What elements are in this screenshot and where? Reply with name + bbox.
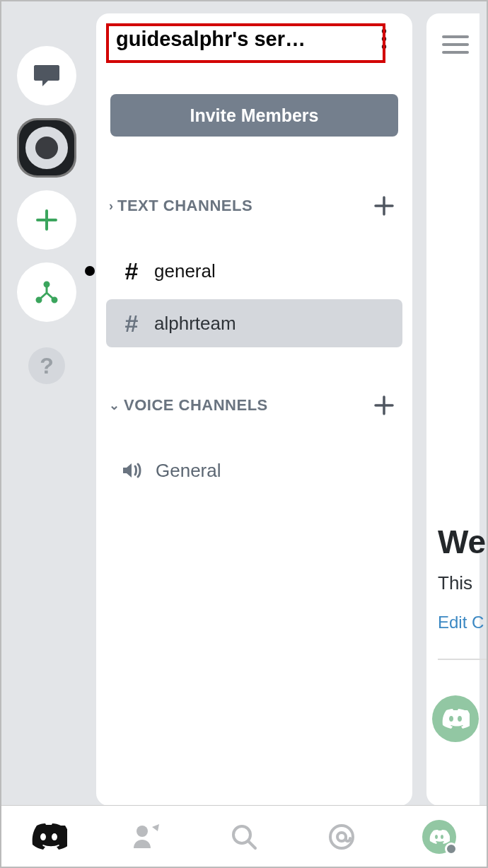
status-dot bbox=[445, 843, 458, 855]
server-header[interactable]: guidesalphr's ser… bbox=[106, 13, 402, 66]
hamburger-icon bbox=[442, 35, 469, 54]
question-icon: ? bbox=[40, 353, 54, 379]
at-icon bbox=[327, 822, 356, 852]
unread-indicator bbox=[85, 266, 95, 276]
svg-point-9 bbox=[136, 826, 148, 837]
text-channel-list: # general # alphrteam bbox=[106, 247, 402, 347]
channel-panel: guidesalphr's ser… Invite Members › TEXT… bbox=[96, 13, 412, 806]
welcome-text-peek: We This Edit C bbox=[438, 523, 488, 632]
discord-logo-icon bbox=[441, 708, 470, 729]
discord-logo-icon bbox=[30, 823, 67, 851]
server-circle-icon bbox=[19, 120, 74, 175]
discord-logo-icon bbox=[429, 829, 450, 845]
voice-channel-label: General bbox=[156, 460, 221, 482]
server-menu-button[interactable] bbox=[371, 26, 397, 52]
invite-members-button[interactable]: Invite Members bbox=[110, 94, 398, 137]
channel-label: general bbox=[154, 260, 216, 282]
voice-channel-general[interactable]: General bbox=[106, 446, 402, 494]
tab-friends[interactable] bbox=[125, 816, 168, 858]
search-icon bbox=[230, 823, 258, 851]
svg-point-6 bbox=[382, 29, 386, 33]
server-avatar-selected[interactable] bbox=[17, 118, 76, 178]
text-channel-general[interactable]: # general bbox=[106, 247, 402, 295]
svg-point-2 bbox=[35, 137, 58, 159]
discover-servers-button[interactable] bbox=[17, 262, 76, 322]
user-avatar[interactable] bbox=[432, 695, 479, 742]
channel-label: alphrteam bbox=[154, 313, 236, 335]
text-channels-header[interactable]: › TEXT CHANNELS bbox=[106, 192, 402, 220]
chevron-down-icon: ⌄ bbox=[109, 398, 120, 413]
chevron-right-icon: › bbox=[109, 199, 113, 214]
voice-channels-header[interactable]: ⌄ VOICE CHANNELS bbox=[106, 391, 402, 419]
main-content-peek: We This Edit C bbox=[426, 13, 480, 806]
add-server-button[interactable] bbox=[17, 190, 76, 250]
welcome-sub-fragment: This bbox=[438, 572, 488, 594]
tab-mentions[interactable] bbox=[320, 816, 363, 858]
svg-point-7 bbox=[382, 37, 386, 41]
help-button[interactable]: ? bbox=[28, 347, 65, 384]
plus-icon bbox=[373, 395, 395, 416]
divider bbox=[438, 659, 487, 660]
tab-search[interactable] bbox=[223, 816, 265, 858]
svg-point-11 bbox=[330, 826, 353, 848]
hash-icon: # bbox=[122, 310, 141, 337]
dm-button[interactable] bbox=[17, 46, 76, 105]
text-channel-alphrteam[interactable]: # alphrteam bbox=[106, 299, 402, 347]
svg-point-8 bbox=[382, 45, 386, 49]
text-channels-title: TEXT CHANNELS bbox=[117, 197, 252, 215]
add-voice-channel-button[interactable] bbox=[370, 391, 398, 419]
server-name: guidesalphr's ser… bbox=[116, 28, 306, 51]
plus-icon bbox=[35, 208, 59, 232]
edit-link-fragment[interactable]: Edit C bbox=[438, 613, 488, 632]
hash-icon: # bbox=[122, 257, 141, 285]
speaker-icon bbox=[120, 459, 143, 482]
plus-icon bbox=[373, 195, 395, 216]
friend-wave-icon bbox=[131, 823, 162, 851]
voice-channels-title: VOICE CHANNELS bbox=[124, 396, 268, 415]
menu-button[interactable] bbox=[442, 35, 469, 57]
welcome-heading-fragment: We bbox=[438, 523, 488, 561]
server-rail: ? bbox=[0, 13, 93, 806]
tab-profile[interactable] bbox=[418, 816, 460, 858]
add-text-channel-button[interactable] bbox=[370, 192, 398, 220]
hub-icon bbox=[33, 279, 60, 306]
bottom-tab-bar bbox=[0, 805, 488, 868]
kebab-icon bbox=[381, 28, 387, 50]
svg-point-10 bbox=[233, 826, 250, 843]
chat-bubble-icon bbox=[33, 64, 61, 88]
tab-home[interactable] bbox=[28, 816, 70, 858]
